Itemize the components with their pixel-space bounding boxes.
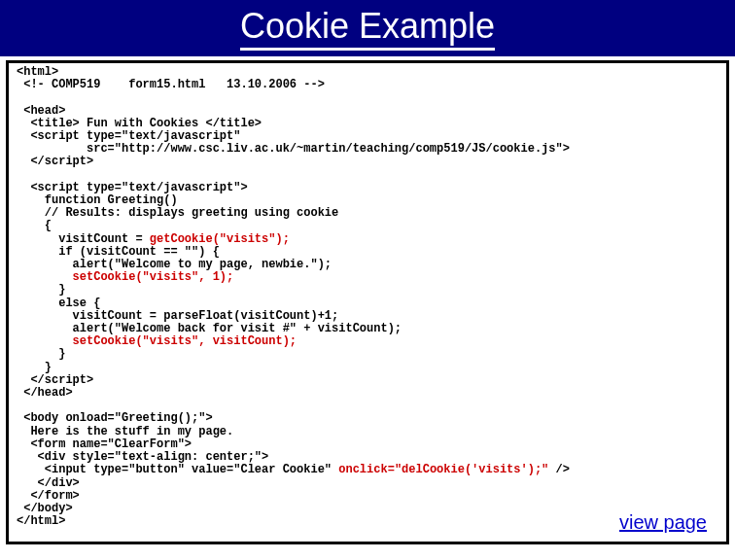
code-line: if (visitCount == "") { [17,245,220,259]
code-line: <head> [17,104,65,118]
code-line: } [17,283,65,297]
code-line: <html> [17,65,58,79]
code-delcookie: onclick="delCookie('visits');" [338,463,548,476]
code-frame: <html> <!- COMP519 form15.html 13.10.200… [6,60,729,544]
code-line: /> [548,463,570,476]
code-line: // Results: displays greeting using cook… [17,206,338,220]
code-line: <div style="text-align: center;"> [17,450,268,464]
code-line: } [17,361,52,374]
code-setcookie: setCookie("visits", visitCount); [73,334,297,348]
code-line: </script> [17,373,93,387]
view-page-link[interactable]: view page [619,511,707,534]
code-line: { [17,219,52,232]
code-line: </script> [17,155,93,168]
code-line: </form> [17,489,80,503]
code-line [17,334,73,348]
code-line: <script type="text/javascript" [17,129,240,143]
code-line: <input type="button" value="Clear Cookie… [17,463,338,476]
code-line: alert("Welcome to my page, newbie."); [17,258,332,271]
code-line: Here is the stuff in my page. [17,425,233,438]
code-block: <html> <!- COMP519 form15.html 13.10.200… [17,66,718,528]
code-line: <form name="ClearForm"> [17,438,192,451]
code-line: </body> [17,502,73,515]
code-line: src="http://www.csc.liv.ac.uk/~martin/te… [17,142,570,156]
code-line: </head> [17,386,73,400]
slide-title: Cookie Example [0,0,735,56]
code-line: function Greeting() [17,193,178,207]
code-line: </div> [17,476,80,490]
code-line: <body onload="Greeting();"> [17,411,213,425]
code-line: else { [17,297,100,310]
title-text: Cookie Example [240,6,495,51]
code-line: visitCount = [17,232,150,246]
code-line: </html> [17,514,65,528]
code-line: } [17,347,65,361]
code-line: <title> Fun with Cookies </title> [17,117,262,130]
code-line: alert("Welcome back for visit #" + visit… [17,322,402,335]
code-line [17,270,73,284]
code-getcookie: getCookie("visits"); [150,232,290,246]
code-setcookie: setCookie("visits", 1); [73,270,234,284]
code-line: <script type="text/javascript"> [17,181,248,194]
code-line: visitCount = parseFloat(visitCount)+1; [17,309,338,323]
code-line: <!- COMP519 form15.html 13.10.2006 --> [17,78,325,91]
